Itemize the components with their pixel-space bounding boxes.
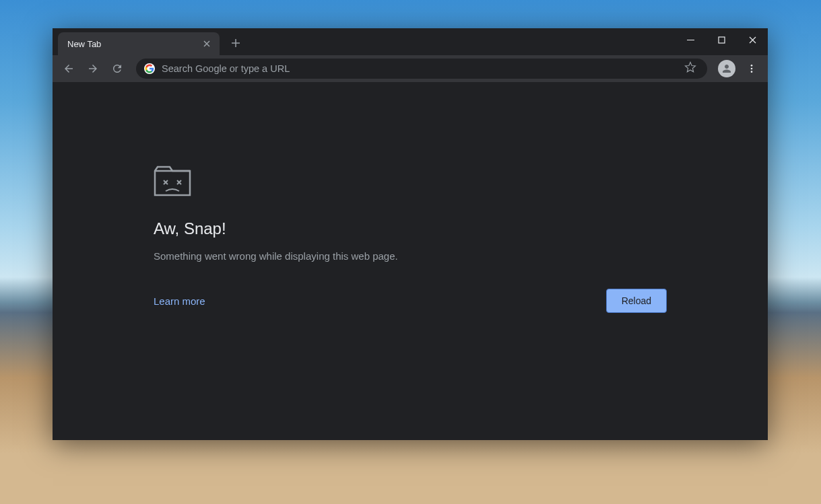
- profile-avatar[interactable]: [718, 60, 735, 77]
- browser-window: New Tab: [53, 28, 768, 440]
- bookmark-star-icon[interactable]: [682, 61, 699, 77]
- reload-page-button[interactable]: Reload: [606, 289, 667, 313]
- maximize-button[interactable]: [706, 28, 737, 51]
- svg-point-3: [751, 71, 753, 73]
- sad-folder-icon: [154, 163, 667, 201]
- reload-button[interactable]: [106, 58, 128, 79]
- minimize-button[interactable]: [675, 28, 706, 51]
- address-input[interactable]: [162, 63, 675, 74]
- window-controls: [675, 28, 768, 51]
- tab-title: New Tab: [67, 39, 201, 49]
- svg-point-2: [751, 68, 753, 70]
- forward-button[interactable]: [82, 58, 104, 79]
- address-bar[interactable]: [136, 59, 707, 79]
- close-tab-icon[interactable]: [201, 38, 213, 50]
- learn-more-link[interactable]: Learn more: [154, 295, 205, 307]
- svg-rect-0: [719, 37, 725, 43]
- error-actions: Learn more Reload: [154, 289, 667, 313]
- new-tab-button[interactable]: [226, 34, 245, 52]
- titlebar: New Tab: [53, 28, 768, 55]
- error-title: Aw, Snap!: [154, 219, 667, 238]
- menu-button[interactable]: [741, 58, 762, 79]
- tab-active[interactable]: New Tab: [58, 32, 220, 55]
- google-icon: [144, 63, 155, 74]
- toolbar: [53, 55, 768, 82]
- back-button[interactable]: [58, 58, 79, 79]
- page-content: Aw, Snap! Something went wrong while dis…: [53, 82, 768, 440]
- svg-point-1: [751, 65, 753, 67]
- close-window-button[interactable]: [737, 28, 768, 51]
- error-message: Something went wrong while displaying th…: [154, 250, 667, 262]
